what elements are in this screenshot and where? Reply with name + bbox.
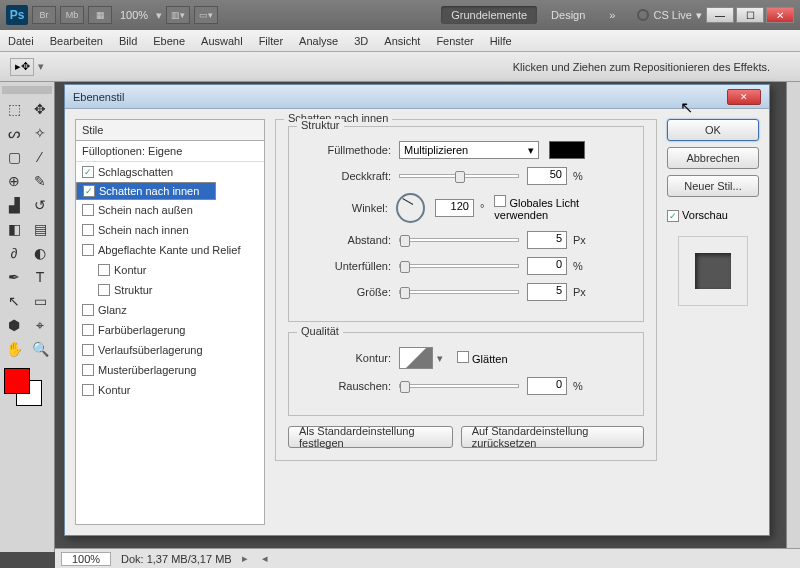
view-extras-button[interactable]: ▦ xyxy=(88,6,112,24)
menu-fenster[interactable]: Fenster xyxy=(436,35,473,47)
style-checkbox[interactable] xyxy=(98,264,110,276)
window-close-button[interactable]: ✕ xyxy=(766,7,794,23)
tool-blur[interactable]: ∂ xyxy=(2,242,26,264)
menu-auswahl[interactable]: Auswahl xyxy=(201,35,243,47)
contour-picker[interactable] xyxy=(399,347,433,369)
cancel-button[interactable]: Abbrechen xyxy=(667,147,759,169)
workspace-more[interactable]: » xyxy=(599,6,625,24)
tool-brush[interactable]: ✎ xyxy=(28,170,52,192)
style-checkbox[interactable]: ✓ xyxy=(82,166,94,178)
menu-analyse[interactable]: Analyse xyxy=(299,35,338,47)
fillmethod-select[interactable]: Multiplizieren▾ xyxy=(399,141,539,159)
tool-dodge[interactable]: ◐ xyxy=(28,242,52,264)
shadow-color-swatch[interactable] xyxy=(549,141,585,159)
smooth-checkbox[interactable] xyxy=(457,351,469,363)
tool-zoom[interactable]: 🔍 xyxy=(28,338,52,360)
tool-hand[interactable]: ✋ xyxy=(2,338,26,360)
style-row[interactable]: Schein nach außen xyxy=(76,200,264,220)
dialog-titlebar[interactable]: Ebenenstil ✕ xyxy=(65,85,769,109)
opacity-slider[interactable] xyxy=(399,174,519,178)
status-doc-info[interactable]: Dok: 1,37 MB/3,17 MB xyxy=(121,553,232,565)
tool-lasso[interactable]: ᔕ xyxy=(2,122,26,144)
workspace-design[interactable]: Design xyxy=(541,6,595,24)
tool-stamp[interactable]: ▟ xyxy=(2,194,26,216)
global-light-checkbox[interactable] xyxy=(494,195,506,207)
menu-filter[interactable]: Filter xyxy=(259,35,283,47)
window-minimize-button[interactable]: — xyxy=(706,7,734,23)
style-checkbox[interactable] xyxy=(82,344,94,356)
style-checkbox[interactable] xyxy=(98,284,110,296)
menu-bild[interactable]: Bild xyxy=(119,35,137,47)
minibridge-button[interactable]: Mb xyxy=(60,6,84,24)
tools-grip[interactable] xyxy=(2,86,52,94)
style-checkbox[interactable] xyxy=(82,304,94,316)
choke-input[interactable]: 0 xyxy=(527,257,567,275)
dialog-close-button[interactable]: ✕ xyxy=(727,89,761,105)
noise-input[interactable]: 0 xyxy=(527,377,567,395)
angle-input[interactable]: 120 xyxy=(435,199,474,217)
distance-input[interactable]: 5 xyxy=(527,231,567,249)
choke-slider[interactable] xyxy=(399,264,519,268)
tool-eraser[interactable]: ◧ xyxy=(2,218,26,240)
opacity-input[interactable]: 50 xyxy=(527,167,567,185)
right-dock[interactable] xyxy=(786,82,800,552)
tool-heal[interactable]: ⊕ xyxy=(2,170,26,192)
tool-wand[interactable]: ✧ xyxy=(28,122,52,144)
preview-checkbox[interactable]: ✓ xyxy=(667,210,679,222)
noise-slider[interactable] xyxy=(399,384,519,388)
new-style-button[interactable]: Neuer Stil... xyxy=(667,175,759,197)
style-row[interactable]: Abgeflachte Kante und Relief xyxy=(76,240,264,260)
style-checkbox[interactable] xyxy=(82,224,94,236)
tool-rect-select[interactable]: ⬚ xyxy=(2,98,26,120)
menu-hilfe[interactable]: Hilfe xyxy=(490,35,512,47)
angle-dial[interactable] xyxy=(396,193,425,223)
style-row[interactable]: Farbüberlagerung xyxy=(76,320,264,340)
style-row[interactable]: ✓Schlagschatten xyxy=(76,162,264,182)
distance-slider[interactable] xyxy=(399,238,519,242)
size-input[interactable]: 5 xyxy=(527,283,567,301)
style-row[interactable]: Schein nach innen xyxy=(76,220,264,240)
style-checkbox[interactable] xyxy=(82,204,94,216)
style-checkbox[interactable] xyxy=(82,384,94,396)
make-default-button[interactable]: Als Standardeinstellung festlegen xyxy=(288,426,453,448)
style-row[interactable]: Glanz xyxy=(76,300,264,320)
color-swatches[interactable] xyxy=(2,368,52,408)
zoom-level[interactable]: 100% xyxy=(120,9,148,21)
tool-shape[interactable]: ▭ xyxy=(28,290,52,312)
screen-mode-button[interactable]: ▭▾ xyxy=(194,6,218,24)
tool-move[interactable]: ✥ xyxy=(28,98,52,120)
tool-crop[interactable]: ▢ xyxy=(2,146,26,168)
menu-ansicht[interactable]: Ansicht xyxy=(384,35,420,47)
tool-path[interactable]: ↖ xyxy=(2,290,26,312)
status-zoom-input[interactable]: 100% xyxy=(61,552,111,566)
arrange-docs-button[interactable]: ▥▾ xyxy=(166,6,190,24)
menu-3d[interactable]: 3D xyxy=(354,35,368,47)
style-row[interactable]: Struktur xyxy=(76,280,264,300)
reset-default-button[interactable]: Auf Standardeinstellung zurücksetzen xyxy=(461,426,644,448)
tool-3dcam[interactable]: ⌖ xyxy=(28,314,52,336)
style-row[interactable]: Kontur xyxy=(76,380,264,400)
fg-color[interactable] xyxy=(4,368,30,394)
menu-ebene[interactable]: Ebene xyxy=(153,35,185,47)
style-checkbox[interactable]: ✓ xyxy=(83,185,95,197)
style-row[interactable]: Kontur xyxy=(76,260,264,280)
tool-type[interactable]: T xyxy=(28,266,52,288)
tool-eyedropper[interactable]: ∕ xyxy=(28,146,52,168)
ok-button[interactable]: OK xyxy=(667,119,759,141)
tool-3d[interactable]: ⬢ xyxy=(2,314,26,336)
style-checkbox[interactable] xyxy=(82,324,94,336)
fill-options-row[interactable]: Fülloptionen: Eigene xyxy=(76,141,264,162)
style-row[interactable]: Musterüberlagerung xyxy=(76,360,264,380)
styles-header[interactable]: Stile xyxy=(76,120,264,141)
size-slider[interactable] xyxy=(399,290,519,294)
style-row[interactable]: ✓Schatten nach innen xyxy=(76,182,216,200)
style-row[interactable]: Verlaufsüberlagerung xyxy=(76,340,264,360)
workspace-grundelemente[interactable]: Grundelemente xyxy=(441,6,537,24)
bridge-button[interactable]: Br xyxy=(32,6,56,24)
menu-bearbeiten[interactable]: Bearbeiten xyxy=(50,35,103,47)
tool-gradient[interactable]: ▤ xyxy=(28,218,52,240)
menu-datei[interactable]: Datei xyxy=(8,35,34,47)
tool-pen[interactable]: ✒ xyxy=(2,266,26,288)
window-maximize-button[interactable]: ☐ xyxy=(736,7,764,23)
cslive-button[interactable]: CS Live▾ xyxy=(637,9,702,22)
